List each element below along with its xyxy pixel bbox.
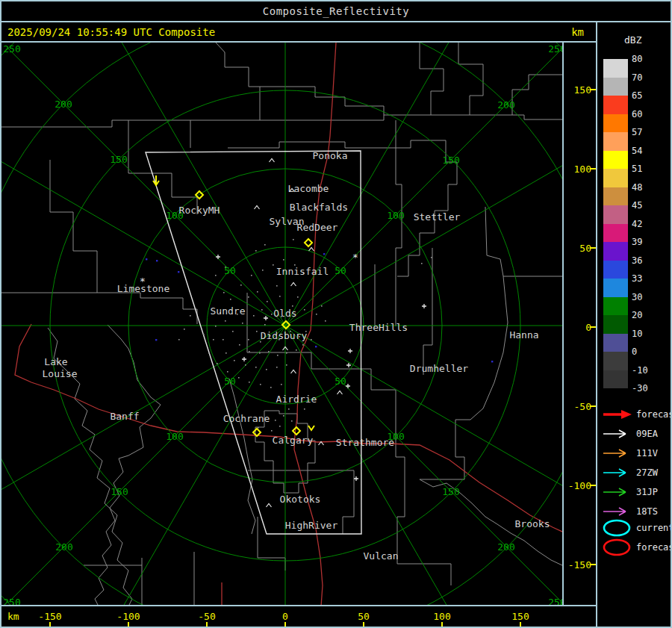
clutter-echo-dot xyxy=(230,299,231,300)
city-label-highriver: HighRiver xyxy=(285,520,338,531)
clutter-echo-dot xyxy=(276,367,278,368)
county-boundary xyxy=(485,207,564,276)
legend-label: 111V xyxy=(636,448,658,458)
colorbar-title: dBZ xyxy=(624,34,641,46)
range-ring xyxy=(1,1,671,627)
right-axis-tick-mark xyxy=(590,326,596,328)
clutter-echo-dot xyxy=(291,420,293,422)
caret-marker xyxy=(291,370,296,374)
plus-marker xyxy=(346,384,350,388)
legend-ellipse-icon xyxy=(602,518,633,538)
clutter-echo-dot xyxy=(297,296,299,298)
city-label-stettler: Stettler xyxy=(414,211,461,223)
clutter-echo-dot xyxy=(286,352,287,354)
range-ring-label: 150 xyxy=(442,155,459,166)
county-boundary xyxy=(458,43,483,115)
legend-label: current xyxy=(636,523,672,533)
clutter-echo-dot xyxy=(238,377,240,379)
caret-marker xyxy=(267,504,272,508)
right-axis-tick-label: -100 xyxy=(563,480,591,491)
clutter-echo-dot xyxy=(259,352,261,354)
clutter-echo-dot xyxy=(261,309,263,311)
plus-marker xyxy=(264,316,268,320)
bottom-axis-tick-label: -150 xyxy=(38,611,61,622)
county-boundary xyxy=(50,160,97,293)
colorbar-swatch-80 xyxy=(603,59,628,78)
range-ring-label: 150 xyxy=(442,486,459,497)
right-axis-tick-mark xyxy=(590,405,596,407)
range-ring-label: 200 xyxy=(55,541,72,553)
clutter-echo-dot xyxy=(283,415,284,417)
clutter-echo-dot xyxy=(248,296,249,298)
plus-marker xyxy=(346,363,351,367)
weak-echo-dot xyxy=(323,253,325,255)
weak-echo-dot xyxy=(155,339,157,341)
clutter-echo-dot xyxy=(277,355,279,356)
clutter-echo-dot xyxy=(292,305,293,307)
county-boundary xyxy=(512,75,564,115)
city-label-sundre: Sundre xyxy=(211,305,246,317)
county-boundary xyxy=(128,120,197,214)
weak-echo-dot xyxy=(178,271,179,273)
colorbar-stop-label: 0 xyxy=(632,346,637,357)
clutter-echo-dot xyxy=(251,275,252,276)
bottom-axis-tick-mark xyxy=(520,622,521,628)
clutter-echo-dot xyxy=(255,367,257,368)
county-boundary xyxy=(1,293,197,324)
colorbar-swatch-10 xyxy=(603,334,628,352)
clutter-echo-dot xyxy=(296,349,297,351)
city-label-vulcan: Vulcan xyxy=(364,550,399,562)
colorbar-swatch-54 xyxy=(603,151,628,170)
colorbar-stop-label: 45 xyxy=(632,200,642,211)
bottom-axis-tick-label: 150 xyxy=(511,611,529,622)
clutter-echo-dot xyxy=(268,351,270,352)
colorbar-stop-label: 57 xyxy=(632,127,642,137)
range-ring-label: 50 xyxy=(224,265,236,276)
legend-item-111V: 111V xyxy=(602,445,658,461)
legend-ellipse-icon xyxy=(602,538,633,557)
clutter-echo-dot xyxy=(232,331,234,332)
clutter-echo-dot xyxy=(213,339,214,341)
colorbar-stop-label: 42 xyxy=(632,219,642,229)
range-ring-label: 250 xyxy=(548,43,565,55)
clutter-echo-dot xyxy=(264,244,266,246)
weak-echo-dot xyxy=(315,346,317,347)
right-axis-tick-label: -150 xyxy=(563,559,591,571)
bottom-axis-tick-mark xyxy=(284,622,286,628)
radar-map-canvas[interactable]: 5010015020025050100150200250501001502002… xyxy=(1,1,671,627)
caret-marker xyxy=(309,248,314,252)
clutter-echo-dot xyxy=(258,427,259,429)
plus-marker xyxy=(216,255,220,259)
city-label-okotoks: Okotoks xyxy=(280,494,321,505)
clutter-echo-dot xyxy=(215,275,217,276)
legend-item-forecast: forecast xyxy=(602,539,672,556)
bottom-axis-tick-mark xyxy=(49,622,51,628)
legend-label: 09EA xyxy=(636,429,658,439)
radar-viewer-window: Composite_Reflectivity 2025/09/24 10:55:… xyxy=(0,0,672,628)
range-ring-label: 100 xyxy=(387,210,404,221)
clutter-echo-dot xyxy=(316,314,317,315)
clutter-echo-dot xyxy=(178,339,180,341)
colorbar-stop-label: 51 xyxy=(632,164,642,174)
right-axis-tick-label: 0 xyxy=(563,322,591,333)
clutter-echo-dot xyxy=(260,341,261,343)
county-boundary xyxy=(420,420,464,479)
range-ring-label: 250 xyxy=(548,597,565,608)
clutter-echo-dot xyxy=(270,387,272,388)
caret-marker xyxy=(291,283,296,287)
bottom-axis-tick-label: 50 xyxy=(358,611,370,622)
city-label-didsbury: Didsbury xyxy=(261,330,308,341)
clutter-echo-dot xyxy=(421,263,423,264)
legend-item-current: current xyxy=(602,520,672,536)
city-label-reddeer: RedDeer xyxy=(297,222,338,233)
clutter-echo-dot xyxy=(203,334,205,335)
city-label-airdrie: Airdrie xyxy=(276,394,317,405)
plus-marker xyxy=(242,357,246,361)
city-label-calgary: Calgary xyxy=(273,435,314,446)
bottom-axis-tick-label: -50 xyxy=(198,611,215,622)
clutter-echo-dot xyxy=(234,360,235,361)
legend-label: 31JP xyxy=(636,487,658,497)
legend-label: 27ZW xyxy=(636,467,658,478)
legend-arrow-icon xyxy=(602,444,633,463)
colorbar-stop-label: 36 xyxy=(632,255,642,266)
